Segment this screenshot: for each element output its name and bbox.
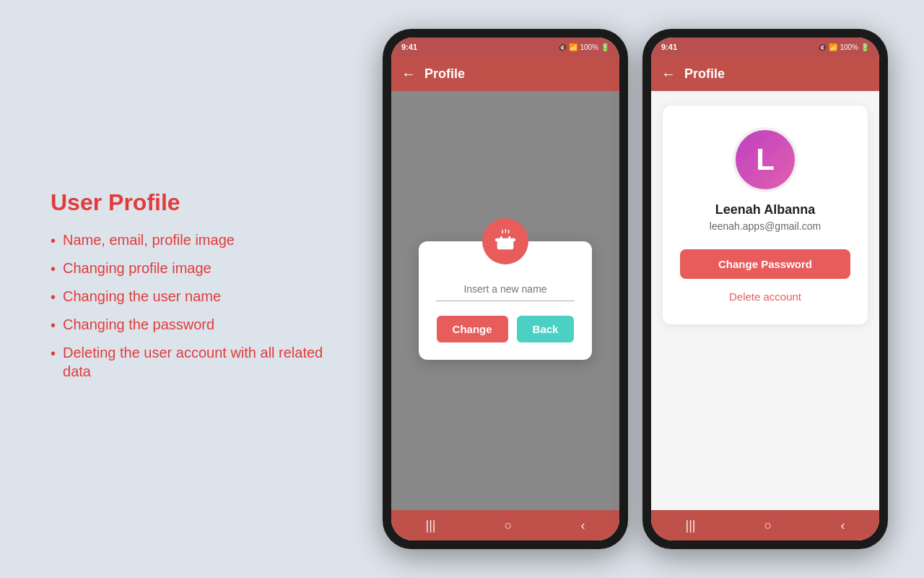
- new-name-input[interactable]: [436, 277, 575, 301]
- svg-rect-1: [495, 238, 515, 241]
- nav-menu-icon-2[interactable]: |||: [686, 518, 696, 533]
- nav-home-icon[interactable]: ○: [505, 518, 513, 533]
- status-icons-2: 🔇 📶 100% 🔋: [818, 43, 869, 51]
- status-bar-1: 9:41 🔇 📶 100% 🔋: [391, 38, 619, 56]
- change-password-button[interactable]: Change Password: [680, 249, 850, 279]
- profile-email: leenah.apps@gmail.com: [710, 220, 821, 232]
- phone-screen-2: 9:41 🔇 📶 100% 🔋 ← Profile: [651, 38, 879, 540]
- back-dialog-button[interactable]: Back: [517, 316, 575, 342]
- list-item: Deleting the user account with all relat…: [51, 343, 332, 381]
- nav-menu-icon[interactable]: |||: [426, 518, 436, 533]
- bottom-bar-2: ||| ○ ‹: [651, 510, 879, 540]
- nav-back-icon-2[interactable]: ‹: [840, 518, 845, 533]
- avatar[interactable]: L: [733, 127, 798, 192]
- phone-frame-1: 9:41 🔇 📶 100% 🔋 ← Profile: [383, 29, 628, 549]
- delete-account-button[interactable]: Delete account: [729, 290, 801, 303]
- phones-container: 9:41 🔇 📶 100% 🔋 ← Profile: [383, 29, 888, 549]
- avatar-letter: L: [756, 142, 775, 177]
- top-bar-1: ← Profile: [391, 56, 619, 91]
- top-bar-title-1: Profile: [424, 66, 465, 82]
- profile-card: L Leenah Albanna leenah.apps@gmail.com C…: [663, 105, 868, 324]
- pot-icon: [493, 229, 518, 254]
- bottom-bar-1: ||| ○ ‹: [391, 510, 619, 540]
- dialog-icon: [482, 218, 528, 264]
- phone1-content: Change Back: [391, 91, 619, 510]
- svg-rect-2: [500, 236, 502, 239]
- dialog-buttons: Change Back: [436, 316, 575, 342]
- svg-rect-3: [508, 236, 510, 239]
- list-item: Changing profile image: [51, 259, 332, 278]
- profile-name: Leenah Albanna: [715, 202, 815, 217]
- phone-frame-2: 9:41 🔇 📶 100% 🔋 ← Profile: [642, 29, 888, 549]
- top-bar-2: ← Profile: [651, 56, 879, 91]
- change-button[interactable]: Change: [437, 316, 508, 342]
- list-item: Changing the user name: [51, 287, 332, 306]
- page-title: User Profile: [51, 189, 332, 216]
- status-time-2: 9:41: [661, 43, 677, 51]
- status-icons-1: 🔇 📶 100% 🔋: [558, 43, 609, 51]
- phone-screen-1: 9:41 🔇 📶 100% 🔋 ← Profile: [391, 38, 619, 540]
- back-button-1[interactable]: ←: [401, 66, 416, 82]
- dialog-card: Change Back: [419, 241, 592, 360]
- left-panel: User Profile Name, email, profile image …: [36, 175, 346, 404]
- back-button-2[interactable]: ←: [661, 66, 676, 82]
- status-time-1: 9:41: [401, 43, 417, 51]
- status-bar-2: 9:41 🔇 📶 100% 🔋: [651, 38, 879, 56]
- top-bar-title-2: Profile: [684, 66, 725, 82]
- nav-back-icon[interactable]: ‹: [580, 518, 585, 533]
- list-item: Name, email, profile image: [51, 230, 332, 250]
- feature-list: Name, email, profile image Changing prof…: [51, 230, 332, 381]
- phone2-content: L Leenah Albanna leenah.apps@gmail.com C…: [651, 91, 879, 510]
- nav-home-icon-2[interactable]: ○: [764, 518, 772, 533]
- page-container: User Profile Name, email, profile image …: [14, 14, 910, 564]
- list-item: Changing the password: [51, 315, 332, 335]
